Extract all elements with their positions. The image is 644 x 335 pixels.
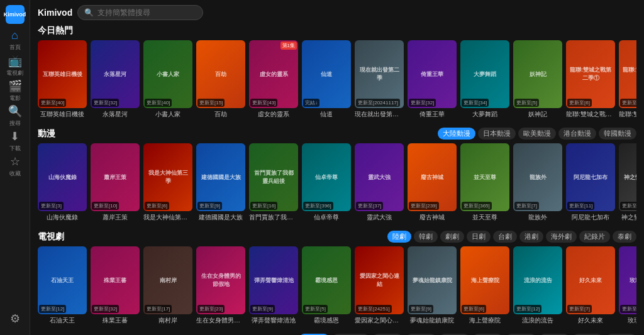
list-item[interactable]: 首門賈族了我都靈兵組後 更新至[16] 首門賈族了我都靈兵組後: [249, 143, 298, 222]
list-item[interactable]: 百劫 更新至[15] 百劫: [196, 40, 245, 119]
tab-btn[interactable]: 日劇: [467, 231, 491, 243]
card-label: 玫瑰觀初土: [619, 316, 636, 325]
card-label: 虛女的靈系: [249, 110, 298, 119]
list-item[interactable]: 大夢舞蹈 更新至[34] 大夢舞蹈: [460, 40, 509, 119]
list-item[interactable]: 龍聯:雙城之戰第二季 更新至[6] 龍聯:雙城之戰第二季: [619, 40, 636, 119]
sidebar-item-tv[interactable]: 📺 電視劇: [3, 54, 28, 77]
list-item[interactable]: 夢魂始龍鎮康院 更新至[9] 夢魂始龍鎮康院: [408, 246, 457, 325]
tab-btn[interactable]: 紀錄片: [579, 231, 610, 243]
card-badge: 完結↓: [303, 99, 319, 107]
list-item[interactable]: 永落星河 更新至[32] 永落星河: [91, 40, 140, 119]
list-item[interactable]: 我是大神仙第三季 更新至[6] 我是大神仙第三季: [143, 143, 192, 222]
section-anime-title: 動漫: [38, 128, 55, 140]
list-item[interactable]: 互聯英雄日機後 更新至[40] 互聯英雄日機後: [38, 40, 87, 119]
list-item[interactable]: 廢古神城 更新至[239] 廢古神城: [408, 143, 457, 222]
list-item[interactable]: 小書人家 更新至[40] 小書人家: [143, 40, 192, 119]
list-item[interactable]: 妖神記 更新至[5] 妖神記: [513, 40, 562, 119]
list-item[interactable]: 玫瑰觀初土 更新至[19] 玫瑰觀初土: [619, 246, 636, 325]
list-item[interactable]: 阿尼龍七加布 更新至[11] 阿尼龍七加布: [566, 143, 615, 222]
list-item[interactable]: 海上聲療院 更新至[6] 海上聲療院: [460, 246, 509, 325]
tab-btn[interactable]: 日本動漫: [478, 128, 516, 140]
list-item[interactable]: 蕭岸王策 更新至[10] 蕭岸王策: [91, 143, 140, 222]
card-badge: 更新至[32]: [409, 99, 436, 107]
sidebar-item-home[interactable]: ⌂ 首頁: [3, 29, 28, 52]
tv-tabs: 陸劇韓劇劇劇日劇台劇港劇海外劇紀錄片泰劇: [387, 231, 636, 243]
tab-btn[interactable]: 港劇: [519, 231, 543, 243]
list-item[interactable]: 建德國國是大族 更新至[9] 建德國國是大族: [196, 143, 245, 222]
list-item[interactable]: 好久未來 更新至[7] 好久未來: [566, 246, 615, 325]
card-label: 永落星河: [91, 110, 140, 119]
list-item[interactable]: 現在就出發第二季 更新至[20241117] 現在就出發第二季: [355, 40, 404, 119]
list-item[interactable]: 神之變劍第二季 更新至[19] 神之變劍第二季: [619, 143, 636, 222]
card-label: 首門賈族了我都靈兵組後: [249, 213, 298, 222]
tab-btn[interactable]: 劇劇: [440, 231, 464, 243]
tab-btn[interactable]: 海外劇: [546, 231, 577, 243]
search-icon: 🔍: [84, 8, 94, 17]
card-badge: 更新至[7]: [567, 305, 592, 313]
list-item[interactable]: 倚重王華 更新至[32] 倚重王華: [408, 40, 457, 119]
card-badge-top: 第1集: [280, 41, 297, 50]
card-badge: 更新至[9]: [409, 305, 433, 313]
card-badge: 更新至[19]: [620, 202, 636, 210]
section-tv-title: 電視劇: [38, 231, 64, 243]
main-content: Kimivod 🔍 今日熱門 互聯英雄日機後 更新至[40] 互聯英雄日機後 永…: [30, 0, 644, 335]
card-badge: 更新至[20241117]: [356, 99, 400, 107]
card-label: 仙卓帝尊: [302, 213, 351, 222]
list-item[interactable]: 石油天王 更新至[12] 石油天王: [38, 246, 87, 325]
search-input[interactable]: [97, 8, 196, 17]
search-box[interactable]: 🔍: [77, 5, 203, 20]
card-label: 好久未來: [566, 316, 615, 325]
tab-btn[interactable]: 韓國動漫: [599, 128, 636, 140]
card-badge: 更新至[19]: [620, 305, 636, 313]
sidebar: Kimivod ⌂ 首頁 📺 電視劇 🎬 電影 🔍 搜尋 ⬇ 下載 ☆ 收藏 ⚙: [0, 0, 30, 335]
card-badge: 更新至[16]: [250, 202, 277, 210]
list-item[interactable]: 仙卓帝尊 更新至[396] 仙卓帝尊: [302, 143, 351, 222]
tab-btn[interactable]: 台劇: [493, 231, 517, 243]
list-item[interactable]: 彈弄聲響煒清池 更新至[9] 彈弄聲響煒清池: [249, 246, 298, 325]
card-badge: 更新至[6]: [567, 99, 592, 107]
list-item[interactable]: 霸境感恩 更新至[5] 霸境感恩: [302, 246, 351, 325]
sidebar-item-download[interactable]: ⬇ 下載: [3, 129, 28, 152]
sidebar-item-settings[interactable]: ⚙: [3, 307, 28, 330]
app-logo[interactable]: Kimivod: [6, 5, 25, 24]
tab-btn[interactable]: 陸劇: [387, 231, 411, 243]
card-label: 靈武大強: [355, 213, 404, 222]
card-badge: 更新至[17]: [145, 305, 172, 313]
list-item[interactable]: 仙道 完結↓ 仙道: [302, 40, 351, 119]
anime-cards-row: 山海伙魔錄 更新至[3] 山海伙魔錄 蕭岸王策 更新至[10] 蕭岸王策 我是大…: [38, 143, 636, 224]
card-label: 夢魂始龍鎮康院: [408, 316, 457, 325]
card-label: 我是大神仙第三季: [143, 213, 192, 222]
tab-btn[interactable]: 泰劇: [613, 231, 636, 243]
list-item[interactable]: 愛因家之閑心連結 更新至[24251] 愛因家之閑心連結: [355, 246, 404, 325]
sidebar-item-search[interactable]: 🔍 搜尋: [3, 104, 28, 127]
sidebar-item-movie[interactable]: 🎬 電影: [3, 79, 28, 102]
card-badge: 更新至[7]: [514, 202, 539, 210]
tab-btn[interactable]: 港台動漫: [558, 128, 596, 140]
card-badge: 更新至[11]: [567, 202, 594, 210]
list-item[interactable]: 山海伙魔錄 更新至[3] 山海伙魔錄: [38, 143, 87, 222]
tab-btn[interactable]: 大陸動漫: [438, 128, 475, 140]
card-label: 大夢舞蹈: [460, 110, 509, 119]
list-item[interactable]: 生在女身體男的節假地 更新至[23] 生在女身體男的節假地: [196, 246, 245, 325]
sidebar-item-favorite[interactable]: ☆ 收藏: [3, 155, 28, 177]
list-item[interactable]: 靈武大強 更新至[37] 靈武大強: [355, 143, 404, 222]
list-item[interactable]: 南村岸 更新至[17] 南村岸: [143, 246, 192, 325]
list-item[interactable]: 流浪的流告 更新至[12] 流浪的流告: [513, 246, 562, 325]
card-badge: 更新至[10]: [92, 202, 119, 210]
card-badge: 更新至[32]: [92, 305, 119, 313]
card-label: 山海伙魔錄: [38, 213, 87, 222]
card-label: 妖神記: [513, 110, 562, 119]
card-label: 霸境感恩: [302, 316, 351, 325]
card-badge: 更新至[5]: [514, 99, 539, 107]
card-badge: 更新至[239]: [409, 202, 439, 210]
card-badge: 更新至[40]: [39, 99, 66, 107]
list-item[interactable]: 殊業王蕃 更新至[32] 殊業王蕃: [91, 246, 140, 325]
list-item[interactable]: 並天至尊 更新至[365] 並天至尊: [460, 143, 509, 222]
tab-btn[interactable]: 歐美動漫: [518, 128, 556, 140]
tab-btn[interactable]: 韓劇: [414, 231, 438, 243]
card-badge: 更新至[6]: [145, 202, 169, 210]
list-item[interactable]: 龍族外 更新至[7] 龍族外: [513, 143, 562, 222]
list-item[interactable]: 虛女的靈系 更新至[43] 第1集 虛女的靈系: [249, 40, 298, 119]
list-item[interactable]: 龍聯:雙城之戰第二季① 更新至[6] 龍聯:雙城之戰第二季①: [566, 40, 615, 119]
card-badge: 更新至[34]: [462, 99, 489, 107]
